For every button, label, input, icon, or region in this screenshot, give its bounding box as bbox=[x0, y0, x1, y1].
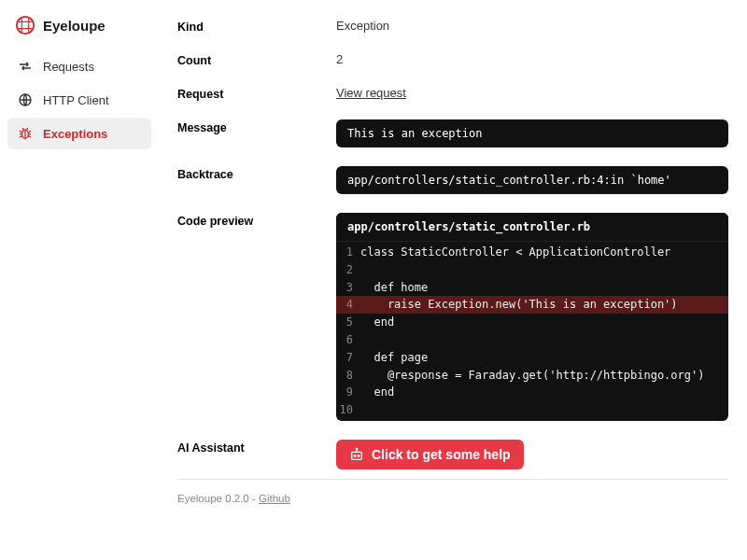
brand-name: Eyeloupe bbox=[43, 18, 106, 34]
nav-item-exceptions[interactable]: Exceptions bbox=[7, 118, 151, 149]
footer-divider bbox=[177, 479, 728, 480]
line-content: @response = Faraday.get('http://httpbing… bbox=[360, 368, 728, 384]
sidebar: Eyeloupe RequestsHTTP ClientExceptions bbox=[0, 0, 159, 560]
message-code: This is an exception bbox=[336, 119, 728, 147]
nav-item-http-client[interactable]: HTTP Client bbox=[7, 84, 151, 116]
brand: Eyeloupe bbox=[7, 11, 151, 50]
line-number: 3 bbox=[336, 280, 360, 296]
row-code-preview: Code preview app/controllers/static_cont… bbox=[177, 213, 728, 421]
brand-logo-icon bbox=[15, 15, 35, 35]
label-backtrace: Backtrace bbox=[177, 166, 336, 181]
line-content bbox=[360, 402, 728, 418]
code-line: 8 @response = Faraday.get('http://httpbi… bbox=[336, 367, 728, 385]
line-number: 7 bbox=[336, 350, 360, 366]
code-preview-panel: app/controllers/static_controller.rb 1cl… bbox=[336, 213, 728, 421]
line-content: def home bbox=[360, 280, 728, 296]
row-kind: Kind Exception bbox=[177, 19, 728, 34]
code-preview-file: app/controllers/static_controller.rb bbox=[336, 213, 728, 242]
label-request: Request bbox=[177, 86, 336, 101]
code-line: 6 bbox=[336, 331, 728, 349]
row-message: Message This is an exception bbox=[177, 119, 728, 147]
line-content: raise Exception.new('This is an exceptio… bbox=[360, 297, 728, 313]
row-ai: AI Assistant Click to get some help bbox=[177, 440, 728, 469]
line-content bbox=[360, 262, 728, 278]
nav-item-label: Exceptions bbox=[43, 127, 107, 141]
arrows-horizontal-icon bbox=[17, 58, 34, 75]
main-content: Kind Exception Count 2 Request View requ… bbox=[159, 0, 747, 560]
label-message: Message bbox=[177, 119, 336, 134]
code-line: 1class StaticController < ApplicationCon… bbox=[336, 244, 728, 261]
label-code-preview: Code preview bbox=[177, 213, 336, 228]
line-number: 8 bbox=[336, 368, 360, 384]
line-number: 4 bbox=[336, 297, 360, 313]
label-kind: Kind bbox=[177, 19, 336, 34]
value-count: 2 bbox=[336, 52, 728, 66]
robot-icon bbox=[349, 447, 364, 462]
footer-version: Eyeloupe 0.2.0 - bbox=[177, 493, 259, 504]
label-count: Count bbox=[177, 52, 336, 67]
code-line: 9 end bbox=[336, 384, 728, 401]
nav-item-label: Requests bbox=[43, 60, 94, 74]
code-preview-lines: 1class StaticController < ApplicationCon… bbox=[336, 242, 728, 421]
code-line: 10 bbox=[336, 401, 728, 419]
line-content: end bbox=[360, 315, 728, 330]
code-line: 3 def home bbox=[336, 279, 728, 297]
row-backtrace: Backtrace app/controllers/static_control… bbox=[177, 166, 728, 194]
svg-point-7 bbox=[356, 448, 357, 449]
line-number: 5 bbox=[336, 315, 360, 330]
bug-icon bbox=[17, 125, 34, 142]
globe-icon bbox=[17, 91, 34, 108]
ai-help-button[interactable]: Click to get some help bbox=[336, 440, 524, 469]
code-line: 4 raise Exception.new('This is an except… bbox=[336, 296, 728, 314]
line-content: class StaticController < ApplicationCont… bbox=[360, 245, 728, 260]
code-line: 2 bbox=[336, 261, 728, 279]
line-content: def page bbox=[360, 350, 728, 366]
line-number: 9 bbox=[336, 385, 360, 400]
line-content bbox=[360, 332, 728, 348]
footer-github-link[interactable]: Github bbox=[259, 493, 290, 504]
footer: Eyeloupe 0.2.0 - Github bbox=[177, 491, 728, 504]
svg-point-0 bbox=[17, 17, 34, 34]
svg-rect-3 bbox=[352, 452, 362, 459]
view-request-link[interactable]: View request bbox=[336, 86, 406, 100]
row-request: Request View request bbox=[177, 86, 728, 101]
line-number: 6 bbox=[336, 332, 360, 348]
line-content: end bbox=[360, 385, 728, 400]
line-number: 10 bbox=[336, 402, 360, 418]
line-number: 1 bbox=[336, 245, 360, 260]
code-line: 7 def page bbox=[336, 349, 728, 367]
ai-help-button-label: Click to get some help bbox=[372, 447, 511, 462]
code-line: 5 end bbox=[336, 314, 728, 331]
svg-point-5 bbox=[358, 455, 359, 456]
row-count: Count 2 bbox=[177, 52, 728, 67]
svg-point-4 bbox=[354, 455, 356, 456]
line-number: 2 bbox=[336, 262, 360, 278]
backtrace-code: app/controllers/static_controller.rb:4:i… bbox=[336, 166, 728, 194]
nav-item-label: HTTP Client bbox=[43, 93, 109, 107]
label-ai: AI Assistant bbox=[177, 440, 336, 455]
sidebar-nav: RequestsHTTP ClientExceptions bbox=[7, 50, 151, 149]
nav-item-requests[interactable]: Requests bbox=[7, 50, 151, 82]
value-kind: Exception bbox=[336, 19, 728, 33]
